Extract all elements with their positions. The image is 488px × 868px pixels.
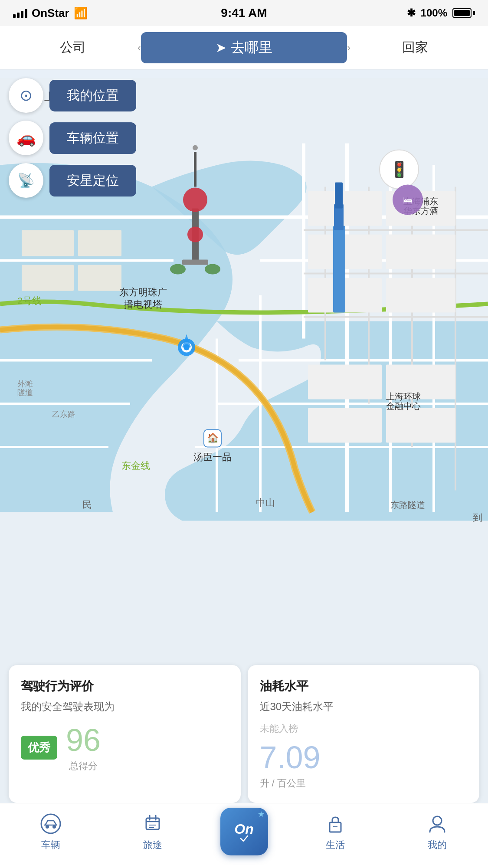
wifi-icon: 📶: [74, 7, 88, 20]
car-location-button[interactable]: 车辆位置: [49, 122, 136, 154]
car-icon: 🚗: [16, 129, 36, 147]
top-nav: 公司 ‹ ➤ 去哪里 › 回家: [0, 26, 488, 69]
svg-text:东金线: 东金线: [121, 460, 150, 471]
svg-text:民: 民: [82, 499, 92, 510]
svg-point-38: [183, 188, 207, 212]
status-time: 9:41 AM: [221, 6, 267, 20]
badge-label: 优秀: [21, 736, 57, 760]
svg-text:汤臣一品: 汤臣一品: [193, 452, 232, 462]
fuel-rank-note: 未能入榜: [260, 722, 468, 735]
svg-text:东路隧道: 东路隧道: [390, 500, 425, 510]
bluetooth-icon: ✱: [407, 7, 416, 19]
svg-point-78: [52, 825, 56, 829]
cards-area: 驾驶行为评价 我的安全驾驶表现为 优秀 96 总得分 油耗水平 近30天油耗水平…: [0, 665, 488, 803]
tab-onstar[interactable]: On: [203, 808, 285, 855]
svg-rect-45: [333, 226, 345, 313]
fuel-period-label: 近30天油耗水平: [260, 700, 468, 714]
status-right: ✱ 100%: [407, 7, 475, 19]
where-to-button[interactable]: ➤ 去哪里: [141, 32, 347, 63]
trip-tab-label: 旅途: [143, 839, 162, 852]
vehicle-icon: [39, 812, 63, 836]
trip-icon: [141, 812, 165, 836]
excellent-badge: 优秀: [21, 736, 57, 760]
onstar-location-button[interactable]: 安星定位: [49, 165, 136, 197]
driving-behavior-card[interactable]: 驾驶行为评价 我的安全驾驶表现为 优秀 96 总得分: [9, 665, 241, 803]
car-location-row: 🚗 车辆位置: [9, 121, 136, 155]
svg-text:🛏: 🛏: [403, 195, 413, 206]
fuel-unit: 升 / 百公里: [260, 777, 468, 790]
signal-icon: [13, 8, 27, 18]
battery-label: 100%: [421, 7, 447, 19]
svg-text:东方明珠广: 东方明珠广: [119, 287, 167, 298]
driving-behavior-content: 优秀 96 总得分: [21, 722, 229, 773]
car-location-icon-btn[interactable]: 🚗: [9, 121, 43, 155]
status-bar: OnStar 📶 9:41 AM ✱ 100%: [0, 0, 488, 26]
where-to-label: 去哪里: [231, 38, 272, 57]
svg-point-77: [46, 825, 49, 829]
svg-point-39: [187, 227, 203, 242]
svg-text:中山: 中山: [256, 497, 275, 508]
svg-text:外滩: 外滩: [17, 380, 33, 388]
svg-text:到: 到: [473, 512, 482, 523]
svg-rect-36: [78, 265, 121, 291]
svg-rect-47: [335, 183, 343, 209]
svg-rect-29: [308, 365, 382, 400]
fuel-value: 7.09: [260, 740, 468, 775]
svg-point-75: [41, 814, 60, 833]
life-tab-label: 生活: [326, 839, 345, 852]
svg-rect-34: [78, 230, 121, 256]
svg-rect-33: [22, 230, 74, 256]
svg-rect-35: [22, 265, 74, 291]
my-location-icon-btn[interactable]: ⊙: [9, 78, 43, 113]
status-left: OnStar 📶: [13, 7, 88, 20]
svg-rect-26: [386, 235, 455, 269]
onstar-location-icon-btn[interactable]: 📡: [9, 163, 43, 198]
svg-text:上海环球: 上海环球: [386, 392, 421, 401]
score-value: 96: [66, 722, 101, 758]
mine-icon: [425, 812, 449, 836]
company-button[interactable]: 公司: [9, 39, 138, 56]
navigate-icon: ➤: [216, 40, 226, 55]
company-label: 公司: [60, 39, 86, 56]
svg-rect-23: [308, 191, 382, 226]
onstar-location-row: 📡 安星定位: [9, 163, 136, 198]
svg-text:乙东路: 乙东路: [52, 410, 75, 419]
svg-point-43: [170, 264, 186, 275]
home-button[interactable]: 回家: [350, 39, 479, 56]
onstar-on-text: On: [234, 821, 253, 837]
svg-text:2号线: 2号线: [17, 295, 42, 306]
driving-behavior-title: 驾驶行为评价: [21, 678, 229, 694]
fuel-level-card[interactable]: 油耗水平 近30天油耗水平 未能入榜 7.09 升 / 百公里: [248, 665, 480, 803]
svg-rect-31: [308, 408, 382, 443]
svg-point-87: [433, 816, 442, 825]
svg-text:隧道: 隧道: [17, 388, 33, 397]
location-buttons-group: ⊙ 我的位置 🚗 车辆位置 📡 安星定位: [9, 78, 136, 198]
wifi-antenna-icon: 📡: [17, 172, 35, 189]
svg-text:播电视塔: 播电视塔: [124, 299, 162, 310]
score-label: 总得分: [66, 760, 101, 773]
tab-vehicle[interactable]: 车辆: [0, 812, 102, 852]
my-location-row: ⊙ 我的位置: [9, 78, 136, 113]
svg-rect-32: [386, 408, 455, 443]
svg-text:🏠: 🏠: [207, 432, 219, 444]
right-chevron[interactable]: ›: [347, 42, 350, 54]
fuel-level-title: 油耗水平: [260, 678, 468, 694]
life-icon: [323, 812, 347, 836]
my-location-button[interactable]: 我的位置: [49, 80, 136, 111]
svg-point-41: [193, 145, 198, 151]
carrier-label: OnStar: [32, 7, 69, 20]
tab-mine[interactable]: 我的: [386, 812, 488, 852]
home-label: 回家: [402, 39, 428, 56]
svg-rect-42: [182, 260, 208, 265]
mine-tab-label: 我的: [428, 839, 447, 852]
left-chevron[interactable]: ‹: [138, 42, 141, 54]
tab-bar: 车辆 旅途 On: [0, 803, 488, 868]
onstar-center-button[interactable]: On: [220, 808, 268, 855]
svg-text:金融中心: 金融中心: [386, 401, 421, 411]
tab-trip[interactable]: 旅途: [102, 812, 203, 852]
score-area: 96 总得分: [66, 722, 101, 773]
driving-behavior-subtitle: 我的安全驾驶表现为: [21, 700, 229, 714]
tab-life[interactable]: 生活: [285, 812, 386, 852]
battery-icon: [452, 8, 475, 18]
crosshair-icon: ⊙: [20, 86, 33, 105]
